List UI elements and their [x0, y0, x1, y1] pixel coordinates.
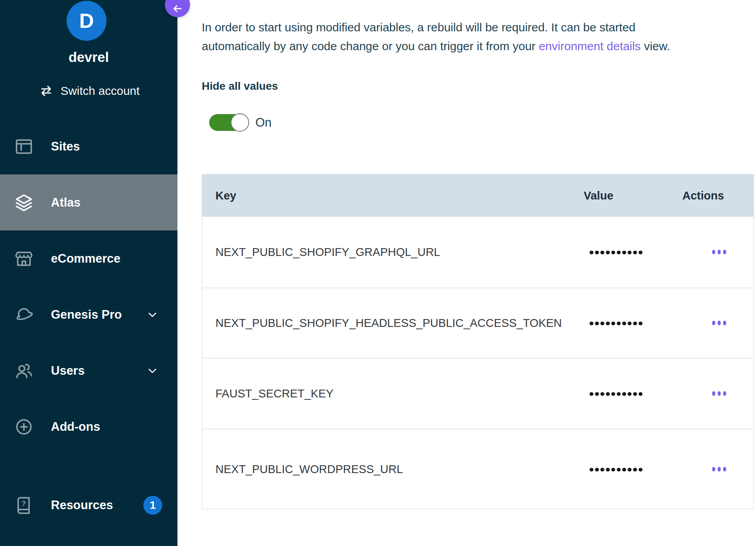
sidebar-item-label: Add-ons [51, 420, 100, 434]
sidebar-item-genesis-pro[interactable]: Genesis Pro [0, 287, 177, 343]
env-var-key: FAUST_SECRET_KEY [215, 387, 333, 400]
env-var-masked-value: •••••••••• [589, 245, 644, 260]
atlas-environment-variables-page: { "sidebar": { "account": { "initial": "… [0, 0, 756, 546]
layers-icon [14, 193, 34, 212]
rebuild-notice-suffix: view. [641, 40, 670, 53]
env-var-key: NEXT_PUBLIC_WORDPRESS_URL [215, 463, 403, 475]
svg-text:?: ? [22, 499, 26, 507]
planet-icon [14, 305, 34, 325]
sidebar-item-users[interactable]: Users [0, 343, 177, 399]
ellipsis-icon [712, 467, 726, 472]
sidebar-item-add-ons[interactable]: Add-ons [0, 399, 177, 455]
env-vars-table: Key Value Actions NEXT_PUBLIC_SHOPIFY_GR… [202, 174, 754, 509]
row-actions-button[interactable] [707, 461, 731, 477]
table-row: NEXT_PUBLIC_SHOPIFY_GRAPHQL_URL ••••••••… [203, 217, 753, 287]
env-var-masked-value: •••••••••• [589, 461, 644, 477]
column-header-actions: Actions [682, 189, 724, 202]
rebuild-notice-line2: automatically by any code change or you … [202, 40, 539, 53]
env-var-masked-value: •••••••••• [589, 316, 644, 331]
sidebar-item-label: Resources [51, 498, 113, 512]
ellipsis-icon [712, 391, 726, 396]
env-var-key: NEXT_PUBLIC_SHOPIFY_GRAPHQL_URL [215, 246, 440, 259]
column-header-value: Value [584, 189, 613, 202]
circle-plus-icon [14, 417, 34, 437]
hide-all-values-label: Hide all values [202, 80, 278, 93]
notification-badge: 1 [143, 496, 162, 515]
sidebar-item-atlas[interactable]: Atlas [0, 174, 177, 230]
arrow-left-icon [172, 3, 183, 17]
switch-account-button[interactable]: Switch account [0, 81, 177, 101]
table-row: NEXT_PUBLIC_WORDPRESS_URL •••••••••• [203, 428, 753, 508]
toggle-state-label: On [255, 116, 271, 130]
table-body: NEXT_PUBLIC_SHOPIFY_GRAPHQL_URL ••••••••… [202, 217, 754, 509]
rebuild-notice: In order to start using modified variabl… [202, 18, 750, 56]
sidebar-item-label: Sites [51, 140, 80, 154]
chevron-down-icon [146, 365, 158, 377]
row-actions-button[interactable] [707, 315, 731, 331]
table-row: FAUST_SECRET_KEY •••••••••• [203, 357, 753, 428]
sidebar-item-label: Atlas [51, 196, 81, 210]
row-actions-button[interactable] [707, 244, 731, 260]
row-actions-button[interactable] [707, 386, 731, 401]
table-header-row: Key Value Actions [202, 174, 754, 217]
storefront-icon [14, 249, 34, 268]
sidebar-item-sites[interactable]: Sites [0, 118, 177, 174]
sites-icon [14, 137, 34, 156]
env-var-masked-value: •••••••••• [589, 386, 644, 401]
main-content: In order to start using modified variabl… [202, 0, 756, 546]
environment-details-link[interactable]: environment details [539, 40, 640, 53]
table-row: NEXT_PUBLIC_SHOPIFY_HEADLESS_PUBLIC_ACCE… [203, 287, 753, 357]
avatar-initial: D [79, 9, 94, 33]
chevron-down-icon [146, 309, 158, 321]
sidebar: D devrel Switch account Sites Atlas eCom… [0, 0, 177, 546]
sidebar-item-label: eCommerce [51, 252, 120, 266]
sidebar-item-ecommerce[interactable]: eCommerce [0, 230, 177, 287]
ellipsis-icon [712, 321, 726, 325]
ellipsis-icon [712, 250, 726, 254]
rebuild-notice-line1: In order to start using modified variabl… [202, 21, 635, 34]
sidebar-item-label: Users [51, 364, 85, 378]
switch-account-label: Switch account [61, 84, 140, 98]
users-icon [14, 361, 34, 381]
swap-arrows-icon [38, 83, 54, 98]
account-name: devrel [0, 49, 177, 65]
avatar: D [67, 1, 107, 41]
help-book-icon: ? [14, 495, 34, 515]
column-header-key: Key [215, 189, 236, 202]
hide-all-values-toggle[interactable] [209, 114, 249, 131]
toggle-knob [231, 113, 249, 132]
env-var-key: NEXT_PUBLIC_SHOPIFY_HEADLESS_PUBLIC_ACCE… [215, 317, 562, 330]
sidebar-item-resources[interactable]: ? Resources 1 [0, 477, 177, 533]
sidebar-item-label: Genesis Pro [51, 308, 122, 322]
